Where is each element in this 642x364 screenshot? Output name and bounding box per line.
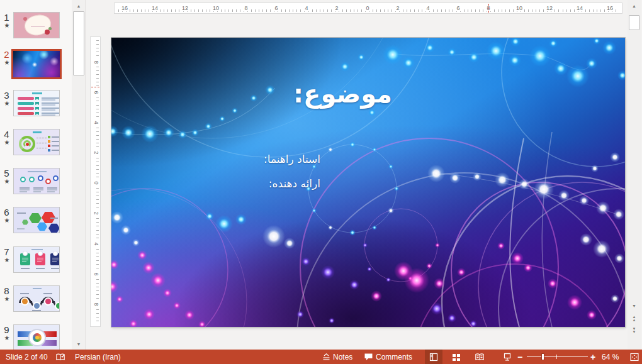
slide-title-textbox[interactable]: موضوع:	[293, 79, 392, 108]
transition-star-icon: ★	[3, 100, 11, 107]
thumbnail-art	[14, 325, 60, 350]
ruler-label: 4	[423, 5, 433, 11]
zoom-percentage[interactable]: 64 %	[602, 350, 619, 364]
slide-number: 8	[2, 285, 11, 296]
transition-star-icon: ★	[3, 334, 11, 341]
slide-number: 9	[2, 324, 11, 335]
up-arrow-icon: ▲	[77, 4, 81, 8]
transition-star-icon: ★	[3, 256, 11, 263]
editor-scrollbar[interactable]: ▲ ▼ ▲▲ ▼▼	[628, 0, 641, 350]
slide-show-icon	[502, 352, 512, 362]
comments-icon	[364, 350, 373, 364]
slide-number: 3	[2, 90, 11, 101]
horizontal-ruler: 16 14 12 10 8 6 4 2 0 2 4 6 8 10 12 14 1…	[114, 3, 622, 14]
ruler-label: 4	[92, 118, 99, 127]
ruler-label: 6	[271, 5, 281, 11]
double-up-arrow-icon: ▲	[633, 319, 636, 322]
thumbnail-art	[14, 130, 60, 155]
notes-icon	[322, 350, 331, 364]
thumbnail-art	[13, 51, 60, 77]
ruler-label: 8	[92, 300, 99, 309]
slide-number: 2	[2, 49, 11, 60]
vertical-ruler: 8 6 4 2 0 2 4 6 8	[90, 36, 101, 327]
reading-view-icon	[475, 352, 485, 362]
ruler-label: 2	[393, 5, 403, 11]
ruler-label: 0	[363, 5, 373, 11]
slide-indicator: Slide 2 of 40	[6, 350, 48, 364]
presenter-line[interactable]: ارائه دهنده:	[264, 172, 320, 196]
ruler-label: 8	[92, 58, 99, 67]
thumbnail-art	[14, 13, 60, 38]
down-arrow-icon: ▼	[77, 342, 81, 346]
ruler-label: 8	[241, 5, 251, 11]
ruler-label: 10	[211, 5, 221, 11]
ruler-label: 12	[544, 5, 555, 11]
slide-thumbnail-panel: 1 ★ 2 ★ 3 ★	[0, 0, 86, 350]
ruler-label: 2	[92, 209, 99, 218]
transition-star-icon: ★	[3, 139, 11, 146]
thumbnail-art	[14, 168, 60, 194]
thumbnail-scrollbar[interactable]: ▲ ▼	[72, 0, 86, 350]
slide-thumbnail-1[interactable]	[13, 12, 60, 38]
slide-number: 1	[2, 12, 11, 23]
slide-canvas[interactable]: موضوع: استاد راهنما: ارائه دهنده:	[111, 38, 625, 327]
zoom-out-button[interactable]: −	[517, 350, 522, 364]
next-slide-button[interactable]: ▼▼	[628, 326, 641, 336]
normal-view-icon	[429, 352, 439, 362]
ruler-label: 14	[150, 5, 160, 11]
reading-view-button[interactable]	[471, 350, 488, 364]
transition-star-icon: ★	[3, 59, 11, 66]
scroll-down-button[interactable]: ▼	[628, 301, 641, 311]
scrollbar-thumb[interactable]	[73, 11, 84, 75]
slide-sorter-icon	[451, 352, 461, 362]
scroll-up-button[interactable]: ▲	[628, 1, 641, 11]
transition-star-icon: ★	[3, 178, 11, 185]
scrollbar-thumb[interactable]	[629, 15, 639, 30]
fit-slide-to-window-button[interactable]	[629, 350, 639, 364]
down-arrow-icon: ▼	[632, 304, 636, 308]
slide-thumbnail-8[interactable]	[13, 285, 60, 312]
ruler-label: 6	[92, 88, 99, 97]
slide-thumbnail-3[interactable]	[13, 90, 60, 116]
scroll-down-button[interactable]: ▼	[72, 339, 86, 349]
slide-show-button[interactable]	[498, 350, 516, 364]
thumbnail-art	[14, 207, 60, 233]
status-bar: Slide 2 of 40 Persian (Iran) Notes Comme…	[0, 350, 642, 364]
slide-number: 7	[2, 246, 11, 257]
spell-check-icon[interactable]	[55, 350, 65, 364]
transition-star-icon: ★	[3, 217, 11, 224]
ruler-label: 4	[92, 240, 99, 248]
slide-thumbnail-9[interactable]	[13, 324, 60, 350]
slide-body-textbox[interactable]: استاد راهنما: ارائه دهنده:	[264, 147, 320, 196]
ruler-cursor-marker	[488, 4, 489, 13]
normal-view-button[interactable]	[425, 350, 442, 364]
notes-button[interactable]: Notes	[333, 350, 352, 364]
transition-star-icon: ★	[3, 22, 11, 29]
slide-thumbnail-2-selected[interactable]	[11, 49, 62, 79]
slide-thumbnail-6[interactable]	[13, 207, 60, 233]
slide-thumbnail-7[interactable]	[13, 246, 60, 273]
double-down-arrow-icon: ▼	[633, 331, 636, 334]
thumbnail-art	[14, 91, 60, 116]
slide-sorter-view-button[interactable]	[448, 350, 465, 364]
supervisor-line[interactable]: استاد راهنما:	[264, 147, 320, 172]
scroll-up-button[interactable]: ▲	[72, 1, 86, 11]
ruler-label: 0	[92, 179, 99, 187]
ruler-label: 16	[605, 5, 615, 11]
ruler-label: 4	[301, 5, 312, 11]
thumbnail-art	[14, 286, 60, 312]
ruler-label: 12	[180, 5, 190, 11]
previous-slide-button[interactable]: ▲▲	[628, 314, 641, 324]
comments-button[interactable]: Comments	[376, 350, 412, 364]
zoom-slider-track[interactable]	[527, 356, 588, 357]
slide-thumbnail-4[interactable]	[13, 129, 60, 155]
ruler-label: 6	[453, 5, 463, 11]
slide-number: 5	[2, 168, 11, 179]
slide-thumbnail-5[interactable]	[13, 168, 60, 194]
zoom-in-button[interactable]: +	[590, 350, 595, 364]
language-indicator[interactable]: Persian (Iran)	[75, 350, 121, 364]
zoom-slider-thumb[interactable]	[541, 353, 544, 360]
ruler-cursor-marker	[91, 87, 99, 87]
ruler-label: 2	[332, 5, 342, 11]
ruler-label: 14	[575, 5, 585, 11]
